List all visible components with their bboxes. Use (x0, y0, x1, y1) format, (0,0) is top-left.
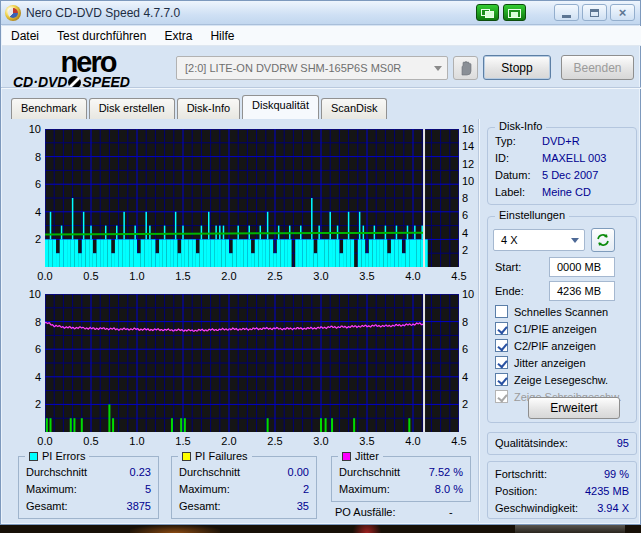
titlebar: Nero CD-DVD Speed 4.7.7.0 × (1, 1, 640, 25)
pi-errors-scan-left-tick: 2 (13, 233, 41, 245)
menu-item-datei[interactable]: Datei (2, 27, 48, 45)
pi-errors-scan-x-tick: 4.0 (399, 270, 427, 282)
disk-label-label: Label: (495, 186, 525, 198)
app-icon (5, 5, 21, 21)
disk-date-value: 5 Dec 2007 (542, 169, 598, 181)
close-icon: × (619, 6, 627, 19)
checkbox-label: Schnelles Scannen (514, 306, 608, 318)
tab-disk-erstellen[interactable]: Disk erstellen (89, 98, 175, 119)
jitter-scan-x-tick: 3.5 (353, 435, 381, 447)
pi-errors-scan-left-tick: 10 (13, 123, 41, 135)
jitter-scan-left-tick: 10 (13, 288, 41, 300)
pi-failures-max-value: 2 (259, 483, 309, 495)
jitter-scan-plot (45, 294, 459, 432)
po-failures-label: PO Ausfälle: (335, 506, 396, 518)
checkbox-c2-pif[interactable]: C2/PIF anzeigen (495, 339, 596, 352)
speed-value: 3.94 X (581, 502, 629, 514)
advanced-button[interactable]: Erweitert (528, 397, 620, 419)
menu-item-test-durchfuehren[interactable]: Test durchführen (48, 27, 155, 45)
jitter-scan-right-tick: 10 (462, 288, 490, 300)
exit-button[interactable]: Beenden (561, 55, 634, 80)
quality-index-label: Qualitätsindex: (495, 437, 568, 449)
checkbox-schnelles-scannen[interactable]: Schnelles Scannen (495, 305, 608, 318)
pi-failures-avg-value: 0.00 (259, 466, 309, 478)
end-input[interactable]: 4236 MB (549, 281, 615, 301)
nero-logo-word: nero (13, 50, 163, 74)
jitter-max-value: 8.0 % (403, 483, 463, 495)
jitter-scan-right-tick: 8 (462, 316, 490, 328)
pi-errors-scan-right-tick: 4 (462, 227, 490, 239)
pi-errors-scan-right-tick: 16 (462, 123, 490, 135)
close-button[interactable]: × (610, 4, 635, 21)
checkbox-c1-pie[interactable]: C1/PIE anzeigen (495, 322, 597, 335)
pi-errors-scan-right-tick: 14 (462, 140, 490, 152)
save-results-button[interactable] (503, 4, 526, 21)
screenshot-icon-overlay (485, 11, 494, 18)
jitter-scan-right-tick: 6 (462, 343, 490, 355)
window-title: Nero CD-DVD Speed 4.7.7.0 (26, 6, 476, 20)
menu-item-hilfe[interactable]: Hilfe (201, 27, 243, 45)
pi-failures-max-label: Maximum: (179, 483, 230, 495)
maximize-icon (590, 9, 599, 17)
speed-select-value: 4 X (494, 234, 566, 246)
checkbox-box (495, 322, 508, 335)
jitter-scan-x-tick: 0.0 (31, 435, 59, 447)
progress-value: 99 % (561, 468, 629, 480)
pi-errors-scan-right-tick: 10 (462, 175, 490, 187)
disk-id-value: MAXELL 003 (542, 152, 606, 164)
speed-select[interactable]: 4 X (493, 229, 585, 251)
pi-errors-scan-x-tick: 2.0 (215, 270, 243, 282)
checkbox-box (495, 373, 508, 386)
tab-benchmark[interactable]: Benchmark (11, 98, 87, 119)
screenshot-button[interactable] (476, 4, 499, 21)
disk-date-label: Datum: (495, 169, 530, 181)
end-input-value: 4236 MB (557, 285, 601, 297)
tab-diskqualitaet[interactable]: Diskqualität (242, 95, 319, 119)
refresh-icon (596, 233, 610, 247)
jitter-scan-left-tick: 4 (13, 371, 41, 383)
taskbar-strip (0, 525, 641, 533)
maximize-button[interactable] (582, 4, 607, 21)
jitter-scan-x-tick: 2.0 (215, 435, 243, 447)
minimize-icon (562, 15, 571, 18)
pi-errors-scan-x-tick: 0.5 (77, 270, 105, 282)
tabbar: Benchmark Disk erstellen Disk-Info Diskq… (11, 95, 389, 119)
stop-button-label: Stopp (501, 61, 532, 75)
disk-type-value: DVD+R (542, 135, 580, 147)
position-label: Position: (495, 485, 537, 497)
tab-disk-info[interactable]: Disk-Info (177, 98, 240, 119)
pi-failures-total-value: 35 (259, 500, 309, 512)
stop-button[interactable]: Stopp (483, 55, 551, 80)
pi-errors-scan-x-tick: 2.5 (261, 270, 289, 282)
menu-item-extra[interactable]: Extra (155, 27, 201, 45)
jitter-scan-left-tick: 6 (13, 343, 41, 355)
pi-errors-legend-label: PI Errors (42, 450, 85, 462)
drive-select[interactable]: [2:0] LITE-ON DVDRW SHM-165P6S MS0R (176, 56, 448, 80)
pi-errors-scan-x-tick: 3.0 (307, 270, 335, 282)
checkbox-jitter[interactable]: Jitter anzeigen (495, 356, 586, 369)
menubar: Datei Test durchführen Extra Hilfe (2, 26, 641, 46)
chevron-down-icon (566, 238, 584, 243)
jitter-scan-x-tick: 3.0 (307, 435, 335, 447)
speed-label: Geschwindigkeit: (495, 502, 578, 514)
pi-errors-avg-label: Durchschnitt (26, 466, 87, 478)
pi-errors-scan-x-tick: 1.0 (123, 270, 151, 282)
checkbox-label: C1/PIE anzeigen (514, 323, 597, 335)
checkbox-box (495, 390, 508, 403)
refresh-button[interactable] (591, 228, 615, 252)
hand-icon (459, 61, 473, 76)
jitter-scan-right-tick: 4 (462, 371, 490, 383)
checkbox-box (495, 305, 508, 318)
jitter-scan-x-tick: 0.5 (77, 435, 105, 447)
eject-hand-button[interactable] (453, 56, 478, 80)
pi-errors-scan-x-tick: 0.0 (31, 270, 59, 282)
jitter-box: Jitter (331, 456, 471, 502)
start-input[interactable]: 0000 MB (549, 257, 615, 277)
tab-scandisk[interactable]: ScanDisk (321, 98, 387, 119)
pi-errors-scan-x-tick: 3.5 (353, 270, 381, 282)
minimize-button[interactable] (554, 4, 579, 21)
checkbox-label: Jitter anzeigen (514, 357, 586, 369)
progress-label: Fortschritt: (495, 468, 547, 480)
checkbox-lesegeschw[interactable]: Zeige Lesegeschw. (495, 373, 608, 386)
exit-button-label: Beenden (573, 61, 621, 75)
